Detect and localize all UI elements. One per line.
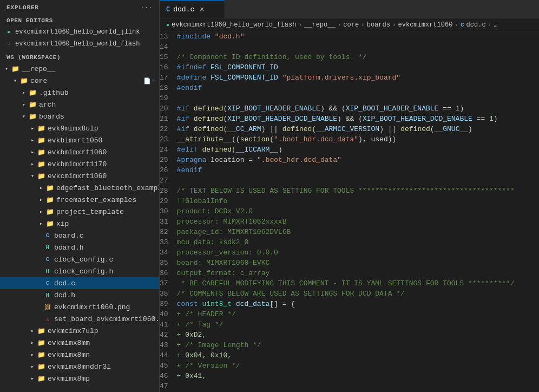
breadcrumb-item-repo[interactable]: __repo__ xyxy=(304,21,336,29)
line-num-23: 23 xyxy=(160,134,174,145)
tree-label-evkmimx8mp: evkmimx8mp xyxy=(48,375,90,383)
folder-icon-4: 📁 xyxy=(37,160,45,168)
breadcrumb-sep-1: › xyxy=(298,22,302,28)
breadcrumb-item-ellipsis[interactable]: … xyxy=(494,21,497,29)
code-line-38: /* COMMENTS BELOW ARE USED AS SETTINGS F… xyxy=(177,289,539,299)
tree-item-evkmimx8mn[interactable]: ▸ 📁 evkmimx8mn xyxy=(0,349,159,361)
folder-icon-7ulp: 📁 xyxy=(37,326,45,335)
folder-icon-pt: 📁 xyxy=(45,207,54,216)
tree-item-edgefast[interactable]: ▸ 📁 edgefast_bluetooth_examples xyxy=(0,182,159,194)
breadcrumb-item-core[interactable]: core xyxy=(343,21,359,29)
tree-item-evkmimx8mp[interactable]: ▸ 📁 evkmimx8mp xyxy=(0,373,159,384)
breadcrumb: ● evkcmimxrt1060_hello_world_flash › __r… xyxy=(160,19,539,31)
tree-label-xip: xip xyxy=(56,220,69,228)
tree-label-board-c: board.c xyxy=(54,232,84,240)
chevron-right-icon-8mn: ▸ xyxy=(28,350,37,359)
chevron-down-icon: ▾ xyxy=(2,64,11,73)
chevron-right-icon-xip: ▸ xyxy=(37,219,45,228)
tree-item-board-h[interactable]: H board.h xyxy=(0,241,159,253)
tree-label-cmake: set_board_evkcmimxrt1060.cmake xyxy=(54,315,159,323)
new-file-icon[interactable]: 📄+ xyxy=(143,77,155,84)
tree-item-clock-config-c[interactable]: C clock_config.c xyxy=(0,253,159,265)
editor-area: C dcd.c × ● evkcmimxrt1060_hello_world_f… xyxy=(160,0,539,392)
line-num-30: 30 xyxy=(160,206,174,217)
line-num-38: 38 xyxy=(160,289,174,299)
more-options-icon[interactable]: ··· xyxy=(141,4,153,11)
line-num-25: 25 xyxy=(160,155,174,165)
line-num-29: 29 xyxy=(160,196,174,206)
code-content[interactable]: #include "dcd.h" /* Component ID definit… xyxy=(174,31,539,392)
tree-item-boards[interactable]: ▾ 📁 boards xyxy=(0,110,159,122)
breadcrumb-sep-4: › xyxy=(392,22,396,28)
tree-label-boards: boards xyxy=(39,113,64,121)
tab-close-button[interactable]: × xyxy=(198,5,206,14)
tree-item-evkbimxrt1050[interactable]: ▸ 📁 evkbimxrt1050 xyxy=(0,134,159,146)
chevron-right-icon-pt: ▸ xyxy=(37,207,45,216)
tab-dcd-c[interactable]: C dcd.c × xyxy=(160,0,225,18)
tree-item-evkbmimxrt1060[interactable]: ▸ 📁 evkbmimxrt1060 xyxy=(0,146,159,158)
tree-item-dcd-h[interactable]: H dcd.h xyxy=(0,289,159,301)
tree-item-cmake[interactable]: ⚠ set_board_evkcmimxrt1060.cmake xyxy=(0,313,159,325)
line-num-27: 27 xyxy=(160,175,174,186)
tree-item-board-c[interactable]: C board.c xyxy=(0,230,159,241)
chevron-right-icon-7ulp: ▸ xyxy=(28,326,37,335)
open-editor-label-jlink: evkcmimxrt1060_hello_world_jlink xyxy=(15,28,140,36)
tree-item-project-template[interactable]: ▸ 📁 project_template xyxy=(0,206,159,218)
code-line-40: + /* HEADER */ xyxy=(177,309,539,319)
code-line-47 xyxy=(177,381,539,391)
folder-open-icon-evkc: 📁 xyxy=(37,172,45,180)
tree-label-arch: arch xyxy=(39,101,56,109)
line-num-42: 42 xyxy=(160,330,174,340)
open-editor-item-flash[interactable]: ○ evkcmimxrt1060_hello_world_flash xyxy=(0,38,159,50)
tree-item-xip[interactable]: ▸ 📁 xip xyxy=(0,218,159,230)
tree-item-png[interactable]: 🖼 evkcmimxrt1060.png xyxy=(0,301,159,313)
cmake-file-icon: ⚠ xyxy=(43,315,52,323)
tree-item-evkmimx8mnddr3l[interactable]: ▸ 📁 evkmimx8mnddr3l xyxy=(0,361,159,373)
code-line-29: !!GlobalInfo xyxy=(177,196,539,206)
tree-item-evkbmimxrt1170[interactable]: ▸ 📁 evkbmimxrt1170 xyxy=(0,158,159,170)
line-num-35: 35 xyxy=(160,258,174,268)
code-line-46: + 0x41, xyxy=(177,371,539,381)
tree-item-evkcmimxrt1060[interactable]: ▾ 📁 evkcmimxrt1060 xyxy=(0,170,159,182)
breadcrumb-item-evkcmimxrt1060[interactable]: evkcmimxrt1060 xyxy=(398,21,453,29)
chevron-right-icon-8mnddr3l: ▸ xyxy=(28,362,37,371)
tree-item-repo[interactable]: ▾ 📁 __repo__ xyxy=(0,63,159,75)
tree-item-clock-config-h[interactable]: H clock_config.h xyxy=(0,265,159,277)
tree-item-core[interactable]: ▾ 📁 core 📄+ xyxy=(0,75,159,87)
tree-item-evk9mimx8ulp[interactable]: ▸ 📁 evk9mimx8ulp xyxy=(0,122,159,134)
tree-item-evkmcimx7ulp[interactable]: ▸ 📁 evkmcimx7ulp xyxy=(0,325,159,337)
code-line-24: #elif defined(__ICCARM__) xyxy=(177,145,539,155)
code-line-22: #if defined(__CC_ARM) || defined(__ARMCC… xyxy=(177,124,539,134)
code-line-37: * BE CAREFUL MODIFYING THIS COMMENT - IT… xyxy=(177,278,539,289)
tree-item-dcd-c[interactable]: C dcd.c xyxy=(0,277,159,289)
code-line-36: output_format: c_array xyxy=(177,268,539,278)
c-file-icon-2: C xyxy=(43,255,52,264)
code-line-17: #define FSL_COMPONENT_ID "platform.drive… xyxy=(177,73,539,83)
line-num-24: 24 xyxy=(160,145,174,155)
h-file-icon-dcd: H xyxy=(43,291,52,299)
line-num-18: 18 xyxy=(160,83,174,93)
chevron-right-icon-8mp: ▸ xyxy=(28,374,37,383)
chevron-right-icon-4: ▸ xyxy=(28,160,37,168)
open-editors-section: ● evkcmimxrt1060_hello_world_jlink ○ evk… xyxy=(0,26,159,52)
breadcrumb-item-flash[interactable]: evkcmimxrt1060_hello_world_flash xyxy=(172,21,296,29)
code-editor[interactable]: 13 14 15 16 17 18 19 20 21 22 23 24 25 2… xyxy=(160,31,539,392)
tree-item-freemaster[interactable]: ▸ 📁 freemaster_examples xyxy=(0,194,159,206)
line-num-44: 44 xyxy=(160,350,174,361)
c-file-icon-dcd: C xyxy=(43,279,52,288)
tree-label-evkmimx8mnddr3l: evkmimx8mnddr3l xyxy=(48,363,111,371)
line-num-45: 45 xyxy=(160,361,174,371)
line-num-13: 13 xyxy=(160,31,174,42)
ws-empty-icon: ○ xyxy=(4,40,13,48)
folder-icon-xip: 📁 xyxy=(45,219,54,228)
breadcrumb-item-boards[interactable]: boards xyxy=(367,21,390,29)
chevron-right-icon-ef: ▸ xyxy=(37,184,45,192)
tree-item-evkmimx8mm[interactable]: ▸ 📁 evkmimx8mm xyxy=(0,337,159,349)
tree-item-arch[interactable]: ▸ 📁 arch xyxy=(0,99,159,110)
open-editor-item-jlink[interactable]: ● evkcmimxrt1060_hello_world_jlink xyxy=(0,26,159,38)
chevron-down-icon-boards: ▾ xyxy=(19,112,28,121)
tree-item-github[interactable]: ▸ 📁 .github xyxy=(0,87,159,99)
chevron-right-icon-fm: ▸ xyxy=(37,195,45,204)
breadcrumb-item-dcd-c[interactable]: dcd.c xyxy=(466,21,486,29)
chevron-right-icon-arch: ▸ xyxy=(19,100,28,109)
